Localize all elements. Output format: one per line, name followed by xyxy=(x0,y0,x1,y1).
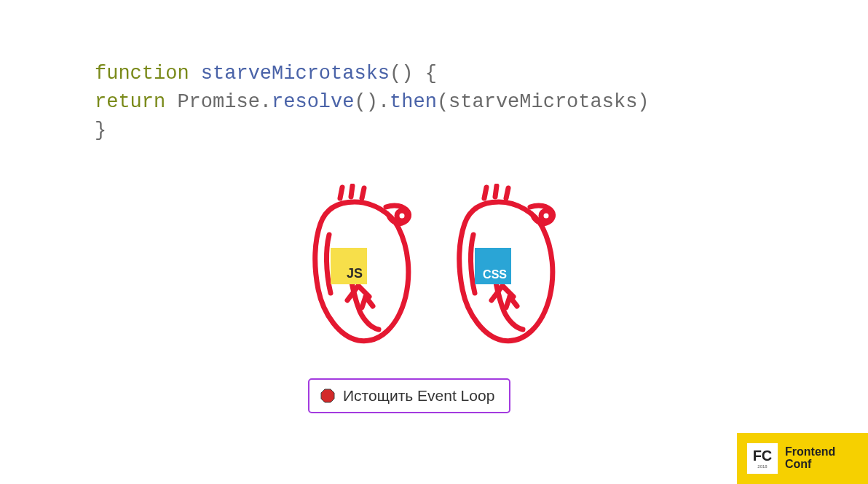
css-badge: CSS xyxy=(475,248,511,284)
js-badge-label: JS xyxy=(347,266,363,281)
button-area: Истощить Event Loop xyxy=(308,378,510,413)
stop-icon xyxy=(320,388,336,404)
fc-year: 2018 xyxy=(757,464,767,469)
starve-event-loop-button[interactable]: Истощить Event Loop xyxy=(308,378,510,413)
code-line-1: function starveMicrotasks() { xyxy=(95,60,650,88)
keyword-function: function xyxy=(95,63,189,85)
method-then: then xyxy=(390,91,437,113)
function-name: starveMicrotasks xyxy=(201,63,390,85)
fc-mark: FC 2018 xyxy=(747,443,778,474)
promise-ident: Promise xyxy=(177,91,259,113)
starve-button-label: Истощить Event Loop xyxy=(343,387,494,405)
method-resolve: resolve xyxy=(272,91,354,113)
code-line-2: return Promise.resolve().then(starveMicr… xyxy=(95,88,650,117)
svg-point-0 xyxy=(397,211,407,221)
frontend-conf-logo: FC 2018 Frontend Conf xyxy=(737,433,868,484)
css-badge-label: CSS xyxy=(483,268,507,281)
keyword-return: return xyxy=(95,91,165,113)
parens: () xyxy=(390,63,413,85)
fc-letters: FC xyxy=(753,448,773,463)
code-snippet: function starveMicrotasks() { return Pro… xyxy=(95,60,650,145)
fc-line2: Conf xyxy=(785,458,835,471)
brace-close: } xyxy=(95,120,106,141)
heart-css: CSS xyxy=(430,184,568,351)
hearts-illustration: JS CSS xyxy=(285,184,568,351)
fc-text: Frontend Conf xyxy=(785,446,835,471)
brace-open: { xyxy=(413,63,436,85)
heart-js: JS xyxy=(285,184,424,351)
fc-line1: Frontend xyxy=(785,446,835,458)
svg-point-1 xyxy=(541,211,551,221)
svg-marker-2 xyxy=(321,389,334,402)
js-badge: JS xyxy=(331,248,367,284)
callback-arg: starveMicrotasks xyxy=(449,91,637,113)
code-line-3: } xyxy=(95,117,650,145)
